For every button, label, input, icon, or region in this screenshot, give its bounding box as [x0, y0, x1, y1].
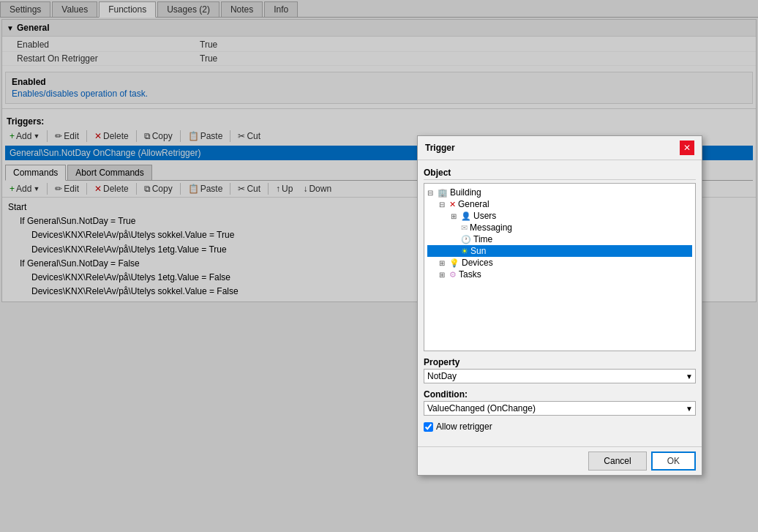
dialog-close-button[interactable]: ✕ [680, 141, 694, 155]
condition-select-wrapper: ValueChanged (OnChange) ▼ [424, 401, 696, 416]
property-label: Property [424, 357, 696, 367]
tree-users[interactable]: ⊞ 👤 Users [427, 210, 692, 222]
building-label: Building [450, 187, 481, 198]
dialog-body: Object ⊟ 🏢 Building ⊟ ✕ General ⊞ 👤 Us [418, 160, 702, 446]
condition-select[interactable]: ValueChanged (OnChange) [424, 401, 696, 416]
time-label: Time [473, 234, 492, 244]
messaging-icon: ✉ [461, 223, 468, 233]
tasks-icon: ⚙ [449, 270, 457, 280]
cancel-button[interactable]: Cancel [588, 452, 646, 471]
object-label: Object [424, 166, 696, 180]
condition-label: Condition: [424, 389, 696, 400]
tree-messaging[interactable]: ✉ Messaging [427, 222, 692, 233]
building-expand[interactable]: ⊟ [427, 189, 438, 197]
tree-tasks[interactable]: ⊞ ⚙ Tasks [427, 269, 692, 280]
dialog-footer: Cancel OK [418, 446, 702, 475]
allow-retrigger-label: Allow retrigger [436, 422, 492, 432]
devices-label: Devices [462, 258, 493, 268]
tasks-label: Tasks [459, 269, 481, 280]
sun-icon: ☀ [461, 247, 468, 256]
property-select-wrapper: NotDay ▼ [424, 369, 696, 383]
property-select[interactable]: NotDay [424, 369, 696, 383]
tree-general[interactable]: ⊟ ✕ General [427, 198, 692, 210]
dialog-title-label: Trigger [425, 143, 455, 153]
devices-expand[interactable]: ⊞ [439, 259, 449, 267]
users-expand[interactable]: ⊞ [451, 212, 461, 220]
tree-time[interactable]: 🕐 Time [427, 233, 692, 245]
tasks-expand[interactable]: ⊞ [439, 271, 449, 279]
dialog-title-bar: Trigger ✕ [418, 136, 702, 160]
devices-icon: 💡 [449, 258, 459, 268]
users-icon: 👤 [461, 211, 471, 221]
time-icon: 🕐 [461, 235, 471, 244]
ok-button[interactable]: OK [651, 452, 696, 471]
allow-retrigger-checkbox[interactable] [424, 422, 433, 432]
users-label: Users [473, 211, 496, 221]
general-expand[interactable]: ⊟ [439, 201, 449, 209]
allow-retrigger-row: Allow retrigger [424, 422, 696, 432]
sun-label: Sun [470, 246, 486, 256]
general-node-icon: ✕ [449, 200, 456, 209]
tree-sun[interactable]: ☀ Sun [427, 245, 692, 257]
building-icon: 🏢 [438, 188, 448, 198]
tree-devices[interactable]: ⊞ 💡 Devices [427, 257, 692, 269]
messaging-label: Messaging [470, 222, 512, 233]
general-node-label: General [458, 199, 489, 209]
trigger-dialog: Trigger ✕ Object ⊟ 🏢 Building ⊟ ✕ Genera… [417, 135, 702, 476]
object-tree[interactable]: ⊟ 🏢 Building ⊟ ✕ General ⊞ 👤 Users [424, 183, 696, 351]
tree-building[interactable]: ⊟ 🏢 Building [427, 187, 692, 198]
